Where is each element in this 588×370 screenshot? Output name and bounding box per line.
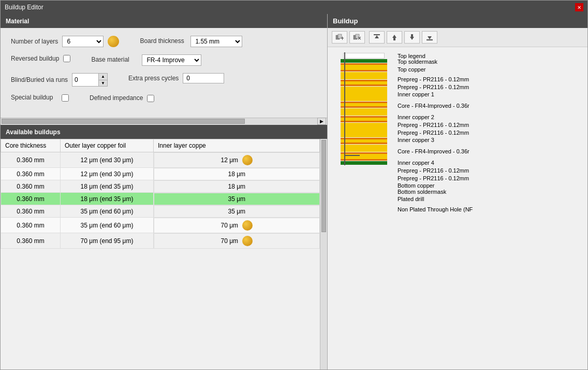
table-row[interactable]: 0.360 mm12 μm (end 30 μm)18 μm	[1, 168, 320, 180]
board-thickness-label: Board thickness	[140, 37, 186, 46]
buildup-diagram[interactable]: Top legend Top soldermask Top copper Pre…	[328, 47, 587, 369]
label-npth: Non Plated Through Hole (NF	[398, 204, 473, 215]
blind-buried-up-btn[interactable]: ▲	[99, 74, 107, 80]
blind-buried-label: Blind/Buried via runs	[11, 76, 68, 84]
move-top-button[interactable]	[369, 31, 385, 44]
label-inner-copper-3: Inner copper 3	[398, 136, 473, 144]
cell-inner: 12 μm	[154, 152, 320, 168]
label-inner-copper-2: Inner copper 2	[398, 113, 473, 121]
coin-icon	[242, 220, 253, 231]
blind-buried-input[interactable]	[72, 74, 98, 86]
cell-core: 0.360 mm	[1, 233, 61, 249]
form-row-1: Number of layers 6248 Board thickness 1.…	[11, 36, 317, 47]
diagram-layout: Top legend Top soldermask Top copper Pre…	[338, 52, 473, 215]
vis-inner-copper-1	[341, 80, 387, 86]
cell-core: 0.360 mm	[1, 152, 61, 168]
label-core-2: Core - FR4-Improved - 0.36r	[398, 144, 473, 159]
blind-buried-spinner: ▲ ▼	[72, 73, 108, 87]
special-buildup-group: Special buildup	[11, 94, 69, 102]
cell-inner: 35 μm	[154, 205, 320, 218]
diagram-content: Top legend Top soldermask Top copper Pre…	[338, 52, 473, 364]
vis-copper-top	[341, 63, 387, 72]
special-buildup-checkbox[interactable]	[62, 94, 69, 102]
table-row[interactable]: 0.360 mm70 μm (end 95 μm)70 μm	[1, 233, 320, 249]
material-section: Number of layers 6248 Board thickness 1.…	[1, 28, 327, 125]
table-row[interactable]: 0.360 mm35 μm (end 60 μm)35 μm	[1, 205, 320, 218]
col-core-thickness: Core thickness	[1, 139, 61, 152]
vis-inner-copper-2	[341, 102, 387, 108]
left-panel: Material Number of layers 6248	[1, 14, 328, 369]
cell-inner: 18 μm	[154, 168, 320, 180]
buildups-table: Core thickness Outer layer copper foil I…	[1, 139, 320, 249]
cell-outer: 35 μm (end 60 μm)	[61, 205, 154, 218]
vis-copper-bottom	[341, 152, 387, 161]
vis-inner-copper-3	[341, 116, 387, 122]
table-row[interactable]: 0.360 mm12 μm (end 30 μm)12 μm	[1, 152, 320, 168]
svg-marker-8	[392, 35, 396, 38]
label-prepreg-1: Prepreg - PR2116 - 0.12mm	[398, 75, 473, 83]
base-material-select[interactable]: FR-4 ImproveFR-4	[142, 54, 201, 66]
extra-press-input[interactable]	[183, 73, 224, 83]
cell-inner: 70 μm	[154, 233, 320, 249]
buildups-table-wrapper[interactable]: Core thickness Outer layer copper foil I…	[1, 139, 320, 369]
drill-line-left	[344, 52, 345, 165]
label-prepreg-3: Prepreg - PR2116 - 0.12mm	[398, 166, 473, 175]
vis-soldermask-bottom	[341, 161, 387, 165]
cell-core: 0.360 mm	[1, 218, 61, 233]
title-bar: Buildup Editor ✕	[1, 1, 587, 14]
col-outer-copper: Outer layer copper foil	[61, 139, 154, 152]
material-header: Material	[1, 14, 327, 28]
right-panel: Buildup + ×	[328, 14, 587, 369]
cell-outer: 12 μm (end 30 μm)	[61, 168, 154, 180]
label-inner-copper-1: Inner copper 1	[398, 91, 473, 98]
coin-icon	[242, 155, 253, 165]
cell-core: 0.360 mm	[1, 168, 61, 180]
table-row[interactable]: 0.360 mm18 μm (end 35 μm)18 μm	[1, 180, 320, 193]
defined-impedance-checkbox[interactable]	[147, 95, 154, 102]
material-scrollbar-h[interactable]: ▶	[1, 118, 327, 125]
blind-buried-down-btn[interactable]: ▼	[99, 80, 107, 87]
title-bar-text: Buildup Editor	[5, 4, 43, 11]
drill-line-bottom-h	[344, 155, 360, 156]
table-row[interactable]: 0.360 mm18 μm (end 35 μm)35 μm	[1, 193, 320, 205]
vis-inner-copper-4	[341, 138, 387, 144]
reversed-buildup-checkbox[interactable]	[63, 55, 70, 62]
blind-buried-group: Blind/Buried via runs ▲ ▼	[11, 73, 108, 87]
move-up-button[interactable]	[387, 31, 402, 44]
svg-marker-10	[410, 37, 414, 40]
reversed-buildup-label: Reversed buildup	[11, 54, 59, 63]
scrollbar-right-btn[interactable]: ▶	[317, 118, 326, 125]
buildups-scrollbar-v[interactable]	[320, 139, 327, 369]
remove-layer-button[interactable]: ×	[349, 31, 365, 44]
label-core-1: Core - FR4-Improved - 0.36r	[398, 98, 473, 113]
label-inner-copper-4: Inner copper 4	[398, 159, 473, 166]
cell-outer: 18 μm (end 35 μm)	[61, 193, 154, 205]
svg-text:×: ×	[358, 35, 361, 41]
special-buildup-label: Special buildup	[11, 94, 57, 102]
svg-marker-13	[428, 36, 432, 39]
vis-legend-top	[343, 53, 385, 59]
label-prepreg-2: Prepreg - PR2116 - 0.12mm	[398, 121, 473, 129]
label-soldermask-bottom: Bottom soldermask	[398, 189, 473, 194]
svg-rect-6	[374, 34, 380, 35]
buildups-header: Available buildups	[1, 125, 327, 139]
vis-core-1	[341, 87, 387, 101]
vis-core-2	[341, 123, 387, 137]
table-row[interactable]: 0.360 mm35 μm (end 60 μm)70 μm	[1, 218, 320, 233]
cell-core: 0.360 mm	[1, 205, 61, 218]
svg-rect-12	[427, 39, 433, 40]
base-material-group: Base material FR-4 ImproveFR-4	[91, 54, 201, 66]
add-layer-button[interactable]: +	[332, 31, 347, 44]
buildup-header: Buildup	[328, 14, 587, 28]
vis-prepreg-1	[341, 72, 387, 79]
cell-core: 0.360 mm	[1, 180, 61, 193]
move-bottom-button[interactable]	[422, 31, 437, 44]
move-down-button[interactable]	[404, 31, 420, 44]
main-content: Material Number of layers 6248	[1, 14, 587, 369]
board-thickness-select[interactable]: 1.55 mm0.8 mm1.0 mm	[190, 36, 242, 47]
num-layers-coin-icon	[108, 36, 119, 47]
cell-inner: 70 μm	[154, 218, 320, 233]
buildups-section: Core thickness Outer layer copper foil I…	[1, 139, 327, 369]
close-button[interactable]: ✕	[575, 3, 583, 11]
num-layers-select[interactable]: 6248	[62, 36, 104, 47]
